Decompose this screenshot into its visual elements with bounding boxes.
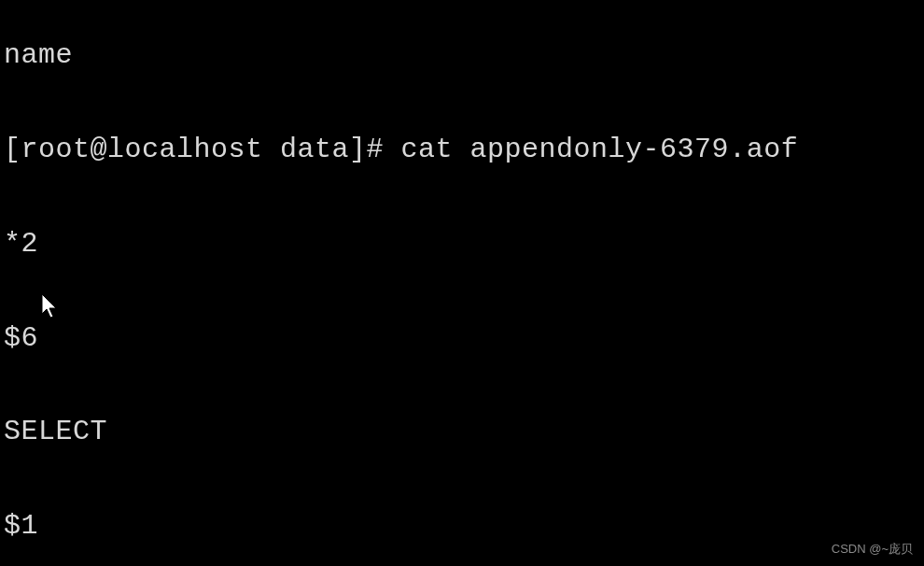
output-line: $1: [4, 511, 920, 543]
prompt-line: [root@localhost data]# cat appendonly-63…: [4, 134, 920, 166]
terminal-output[interactable]: name [root@localhost data]# cat appendon…: [0, 0, 924, 566]
output-line: $6: [4, 323, 920, 355]
output-line: name: [4, 40, 920, 72]
output-line: *2: [4, 229, 920, 261]
output-line: SELECT: [4, 417, 920, 448]
watermark-text: CSDN @~庞贝: [832, 543, 913, 557]
